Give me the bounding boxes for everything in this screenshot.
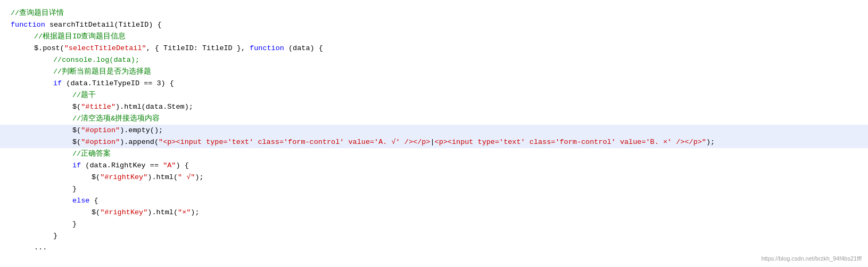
keyword: else <box>72 197 89 205</box>
code-line: ... <box>0 242 868 254</box>
line-content: //正确答案 <box>70 148 111 160</box>
normal: ).html( <box>147 208 178 216</box>
normal: , { TitleID: TitleID }, <box>146 44 250 52</box>
string: "#option" <box>81 126 120 134</box>
code-line: $("#rightKey").html("×"); <box>0 207 868 219</box>
normal: | <box>430 138 434 146</box>
normal: ... <box>34 244 47 252</box>
string: "#rightKey" <box>100 173 147 181</box>
line-content: $("#rightKey").html(" √"); <box>89 172 204 183</box>
code-line: if (data.TitleTypeID == 3) { <box>0 78 868 90</box>
comment: //正确答案 <box>72 150 111 158</box>
string: "#option" <box>81 138 120 146</box>
code-line: //console.log(data); <box>0 54 868 66</box>
line-content: } <box>70 183 77 195</box>
normal: ).html( <box>147 173 178 181</box>
line-content: //查询题目详情 <box>9 7 64 19</box>
string: "selectTitleDetail" <box>64 44 146 52</box>
normal: ); <box>706 138 715 146</box>
normal: $( <box>72 138 81 146</box>
line-content: if (data.TitleTypeID == 3) { <box>51 78 174 90</box>
line-content: //console.log(data); <box>51 54 139 66</box>
normal: (data.RightKey == <box>81 161 163 169</box>
string: "A" <box>163 161 176 169</box>
code-line: //根据题目ID查询题目信息 <box>0 31 868 43</box>
normal: $( <box>92 173 100 181</box>
line-content: $("#rightKey").html("×"); <box>89 207 200 219</box>
keyword: function <box>250 44 284 52</box>
comment: //题干 <box>72 91 96 99</box>
normal: $( <box>92 208 100 216</box>
normal: $( <box>72 126 81 134</box>
normal: (data.TitleTypeID == 3) { <box>62 79 174 87</box>
normal: } <box>53 232 57 240</box>
line-content: //根据题目ID查询题目信息 <box>32 31 126 43</box>
code-line: } <box>0 183 868 195</box>
code-line: $("#title").html(data.Stem); <box>0 101 868 113</box>
line-content: $("#option").empty(); <box>70 125 163 136</box>
normal: ); <box>191 208 199 216</box>
code-line: $.post("selectTitleDetail", { TitleID: T… <box>0 43 868 54</box>
code-line: //判断当前题目是否为选择题 <box>0 66 868 78</box>
comment: //根据题目ID查询题目信息 <box>34 33 126 41</box>
code-line: //题干 <box>0 90 868 101</box>
code-editor: //查询题目详情function searchTitDetail(TitleID… <box>0 0 868 267</box>
string: <p><input type='text' class='form-contro… <box>435 138 706 146</box>
line-content: else { <box>70 195 98 207</box>
code-line: $("#rightKey").html(" √"); <box>0 172 868 183</box>
string: "<p><input type='text' class='form-contr… <box>159 138 430 146</box>
normal: ); <box>195 173 203 181</box>
line-content: $("#title").html(data.Stem); <box>70 101 193 113</box>
line-content: //清空选项&拼接选项内容 <box>70 113 160 125</box>
keyword: if <box>53 79 62 87</box>
code-line: } <box>0 230 868 242</box>
code-line: else { <box>0 195 868 207</box>
normal: { <box>89 197 98 205</box>
comment: //查询题目详情 <box>11 9 64 17</box>
comment: //console.log(data); <box>53 56 139 64</box>
normal: $( <box>72 103 81 111</box>
string: "#title" <box>81 103 115 111</box>
line-content: $("#option").append("<p><input type='tex… <box>70 136 715 148</box>
comment: //判断当前题目是否为选择题 <box>53 68 151 76</box>
string: "×" <box>178 208 191 216</box>
string: "#rightKey" <box>100 208 147 216</box>
code-line: if (data.RightKey == "A") { <box>0 160 868 172</box>
line-content: $.post("selectTitleDetail", { TitleID: T… <box>32 43 323 54</box>
line-content: //判断当前题目是否为选择题 <box>51 66 151 78</box>
keyword: if <box>72 161 81 169</box>
code-lines: //查询题目详情function searchTitDetail(TitleID… <box>0 4 868 257</box>
normal: $.post( <box>34 44 64 52</box>
line-content: if (data.RightKey == "A") { <box>70 160 189 172</box>
normal: } <box>72 220 77 228</box>
code-line: } <box>0 219 868 230</box>
string: " √" <box>178 173 195 181</box>
code-line: $("#option").append("<p><input type='tex… <box>0 136 868 148</box>
code-line: //正确答案 <box>0 148 868 160</box>
normal: ) { <box>176 161 188 169</box>
line-content: } <box>70 219 77 230</box>
normal: ).html(data.Stem); <box>115 103 193 111</box>
normal: searchTitDetail(TitleID) { <box>45 21 162 29</box>
code-line: function searchTitDetail(TitleID) { <box>0 19 868 31</box>
line-content: ... <box>32 242 47 254</box>
code-line: $("#option").empty(); <box>0 125 868 136</box>
line-content: //题干 <box>70 90 96 101</box>
normal: (data) { <box>284 44 323 52</box>
normal: } <box>72 185 77 193</box>
normal: ).empty(); <box>120 126 163 134</box>
comment: //清空选项&拼接选项内容 <box>72 115 160 123</box>
line-content: function searchTitDetail(TitleID) { <box>9 19 162 31</box>
code-line: //查询题目详情 <box>0 7 868 19</box>
line-content: } <box>51 230 57 242</box>
normal: ).append( <box>120 138 159 146</box>
code-line: //清空选项&拼接选项内容 <box>0 113 868 125</box>
keyword: function <box>11 21 45 29</box>
watermark: https://blog.csdn.net/brzkh_94f4bs21fff <box>761 254 862 264</box>
